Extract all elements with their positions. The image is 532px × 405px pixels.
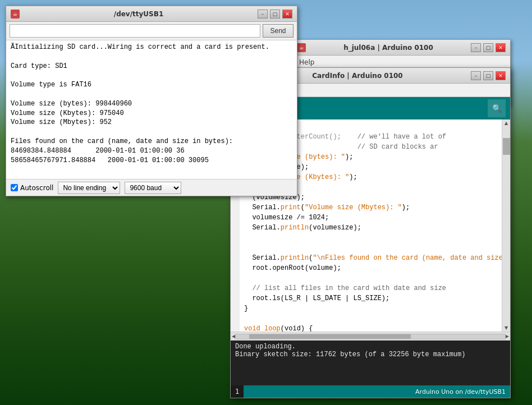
code-line: root.ls(LS_R | LS_DATE | LS_SIZE);: [244, 294, 389, 302]
code-line: }: [244, 305, 248, 312]
code-line: Serial.print("Volume size (Mbytes): ");: [244, 204, 410, 211]
serial-monitor-window: ☕ /dev/ttyUSB1 – □ ✕ Send ÃInitializing …: [6, 6, 297, 196]
autoscroll-checkbox-row: Autoscroll: [11, 184, 53, 192]
console-output: Done uploading. Binary sketch size: 1176…: [231, 340, 510, 385]
autoscroll-label: Autoscroll: [20, 184, 53, 192]
main-maximize-button[interactable]: □: [483, 71, 493, 80]
back-close-button[interactable]: ✕: [496, 43, 506, 52]
code-line: [244, 274, 248, 282]
close-button[interactable]: ✕: [282, 10, 292, 19]
hscroll-thumb[interactable]: [249, 334, 411, 339]
code-line: root.openRoot(volume);: [244, 264, 341, 272]
code-line: void loop(void) {: [244, 325, 313, 332]
serial-monitor-titlebar: ☕ /dev/ttyUSB1 – □ ✕: [6, 6, 297, 22]
serial-bottom-bar: Autoscroll No line ending Newline Carria…: [6, 179, 297, 196]
hscroll-right-arrow[interactable]: ▶: [506, 334, 509, 339]
code-line: Serial.println("\nFiles found on the car…: [244, 254, 502, 262]
serial-monitor-title: /dev/ttyUSB1: [20, 10, 258, 18]
code-line: [244, 244, 248, 252]
maximize-button[interactable]: □: [270, 10, 280, 19]
console-line-done: Done uploading.: [235, 343, 506, 351]
back-minimize-button[interactable]: –: [471, 43, 481, 52]
minimize-button[interactable]: –: [258, 10, 268, 19]
serial-input-row: Send: [6, 22, 297, 40]
line-number-indicator: 1: [231, 385, 244, 398]
vertical-scrollbar[interactable]: ▲ ▼: [502, 119, 510, 332]
arduino-icon: ☕: [11, 10, 20, 19]
code-line: [244, 234, 248, 242]
back-maximize-button[interactable]: □: [483, 43, 493, 52]
arduino-back-title: h_jul06a | Arduino 0100: [306, 44, 471, 52]
code-line: [244, 315, 248, 323]
baud-rate-select[interactable]: 300 baud 1200 baud 2400 baud 4800 baud 9…: [125, 182, 181, 194]
status-text: Arduino Uno on /dev/ttyUSB1: [415, 388, 506, 395]
console-line-binary: Binary sketch size: 11762 bytes (of a 32…: [235, 351, 506, 358]
back-menu-help[interactable]: Help: [297, 57, 317, 67]
back-window-controls: – □ ✕: [471, 43, 506, 52]
main-close-button[interactable]: ✕: [496, 71, 506, 80]
code-line: volumesize /= 1024;: [244, 214, 329, 222]
arduino-back-icon: ☕: [297, 43, 306, 52]
scroll-down-arrow[interactable]: ▼: [503, 324, 509, 332]
window-controls: – □ ✕: [258, 10, 292, 19]
arduino-back-titlebar: ☕ h_jul06a | Arduino 0100 – □ ✕: [292, 40, 510, 56]
serial-input[interactable]: [10, 24, 260, 38]
serial-output: ÃInitializing SD card...Wiring is correc…: [6, 40, 297, 179]
line-ending-select[interactable]: No line ending Newline Carriage return B…: [58, 182, 120, 194]
code-line: Serial.println(volumesize);: [244, 224, 361, 232]
code-line: // list all files in the card with date …: [244, 284, 446, 292]
status-bar: Arduino Uno on /dev/ttyUSB1: [244, 385, 510, 398]
search-button[interactable]: 🔍: [488, 99, 506, 117]
scroll-thumb[interactable]: [503, 138, 510, 155]
autoscroll-checkbox[interactable]: [11, 184, 18, 191]
send-button[interactable]: Send: [263, 24, 293, 38]
main-window-controls: – □ ✕: [471, 71, 506, 80]
horizontal-scroll-area: ◀ ▶: [231, 332, 510, 340]
scroll-up-arrow[interactable]: ▲: [503, 119, 509, 127]
main-minimize-button[interactable]: –: [471, 71, 481, 80]
hscroll-track[interactable]: [235, 334, 506, 339]
